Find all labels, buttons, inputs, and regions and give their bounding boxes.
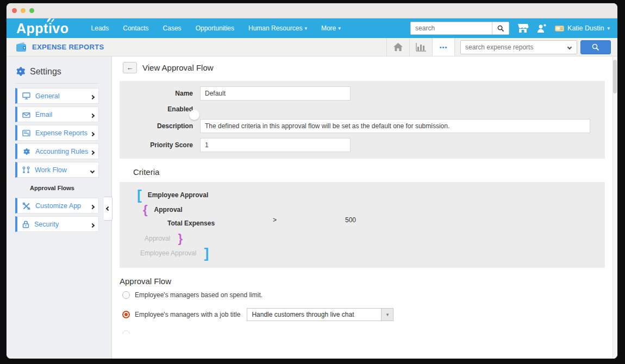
app-header: EXPENSE REPORTS ••• [7,38,617,57]
expense-reports-app-icon [15,42,28,53]
app-window: Apptivo Leads Contacts Cases Opportuniti… [7,3,617,359]
approval-flow-heading: Approval Flow [120,277,605,286]
radio-spend-limit-label: Employee's managers based on spend limit… [135,291,262,299]
content-scrollbar[interactable] [612,57,617,359]
nav-item-more[interactable]: More▾ [321,24,341,32]
close-brace: } [178,233,183,244]
top-navbar: Apptivo Leads Contacts Cases Opportuniti… [7,18,617,38]
window-titlebar [7,3,617,18]
chevron-right-icon [91,91,94,101]
nav-item-contacts[interactable]: Contacts [123,24,148,32]
scrollbar-thumb[interactable] [613,60,617,93]
user-status-icon[interactable] [536,23,547,34]
search-options-dropdown[interactable] [562,41,577,54]
maximize-window-button[interactable] [29,8,34,13]
badge-icon [555,26,564,32]
sidebar-subitem-approval-flows[interactable]: Approval Flows [30,185,111,191]
bar-chart-icon [416,42,427,52]
logo-text: Apptivo [16,21,69,36]
criteria-value[interactable]: 500 [345,216,356,224]
user-menu[interactable]: Katie Dustin ▾ [555,24,610,32]
home-icon [393,42,403,52]
close-window-button[interactable] [12,8,17,13]
reports-button[interactable] [409,38,432,56]
criteria-subgroup-close: Approval [145,235,170,242]
radio-job-title-label: Employee's managers with a job title [135,311,240,318]
criteria-operator[interactable]: > [273,216,277,224]
app-search-input[interactable] [461,41,562,54]
apptivo-logo[interactable]: Apptivo [16,21,69,36]
leaf-icon [46,17,55,23]
chevron-right-icon [91,219,94,229]
nav-item-human-resources[interactable]: Human Resources▾ [248,24,307,32]
toggle-knob [189,110,199,120]
app-search-button[interactable] [580,40,611,54]
enabled-label: Enabled [120,105,193,113]
gear-icon [22,148,30,155]
caret-down-icon: ▾ [607,26,610,31]
criteria-group-close: Employee Approval [140,249,196,257]
radio-spend-limit[interactable] [122,291,130,299]
monitor-icon [22,92,30,99]
chevron-right-icon [91,110,94,120]
more-options-button[interactable]: ••• [432,38,455,56]
settings-sidebar: Settings General Email Expense Reports A… [7,57,112,359]
chevron-right-icon [91,147,94,156]
page-title: View Approval Flow [142,63,214,72]
criteria-group-open[interactable]: Employee Approval [148,191,209,199]
app-search [460,40,611,54]
name-input[interactable] [200,86,351,101]
search-icon [592,43,599,51]
caret-down-icon: ▾ [338,26,341,31]
priority-score-label: Priority Score [120,141,193,149]
description-input[interactable] [200,119,590,133]
wrench-icon [22,202,30,210]
criteria-heading: Criteria [133,167,605,177]
report-card-icon [22,130,30,136]
sidebar-item-security[interactable]: Security [15,216,99,232]
app-title: EXPENSE REPORTS [32,43,104,51]
lock-icon [22,221,29,228]
sidebar-item-expense-reports[interactable]: Expense Reports [15,125,99,141]
sidebar-item-customize-app[interactable]: Customize App [15,198,99,214]
nav-item-leads[interactable]: Leads [91,24,109,32]
chevron-down-icon [567,45,572,49]
global-search-button[interactable] [492,22,509,35]
home-button[interactable] [386,38,409,56]
workflow-icon [22,166,30,174]
sidebar-title: Settings [15,66,111,77]
nav-item-opportunities[interactable]: Opportunities [196,24,234,32]
more-dots-icon: ••• [440,44,448,51]
search-icon [497,25,504,32]
minimize-window-button[interactable] [21,8,26,13]
close-bracket: ] [204,246,209,260]
sidebar-collapse-handle[interactable] [104,197,112,221]
gear-icon [15,66,26,77]
back-button[interactable]: ← [123,62,137,73]
name-label: Name [120,90,193,97]
back-arrow-icon: ← [127,64,134,72]
open-brace: { [143,204,148,216]
chevron-right-icon [91,201,94,211]
priority-score-input[interactable] [200,138,351,152]
caret-down-icon: ▾ [304,26,307,31]
sidebar-item-work-flow[interactable]: Work Flow [15,162,99,178]
radio-job-title[interactable] [122,311,130,318]
approval-flow-form: Name Enabled Description Priority Score [120,81,605,159]
main-content: ← View Approval Flow Name Enabled Descri… [112,57,617,359]
sidebar-item-accounting-rules[interactable]: Accounting Rules [15,143,99,159]
store-icon[interactable] [517,23,529,33]
sidebar-item-email[interactable]: Email [15,106,99,122]
open-bracket: [ [137,188,142,202]
chevron-right-icon [91,128,94,138]
envelope-icon [22,111,30,118]
criteria-subgroup-open[interactable]: Approval [154,206,183,214]
criteria-field[interactable]: Total Expenses [167,219,215,227]
radio-partial-third-option[interactable] [122,330,130,334]
sidebar-item-general[interactable]: General [15,88,99,104]
job-title-dropdown[interactable]: Handle customers through live chat ▾ [247,308,393,321]
job-title-dropdown-value: Handle customers through live chat [247,309,381,321]
description-label: Description [120,122,193,130]
nav-item-cases[interactable]: Cases [163,24,182,32]
global-search-input[interactable] [410,22,492,35]
